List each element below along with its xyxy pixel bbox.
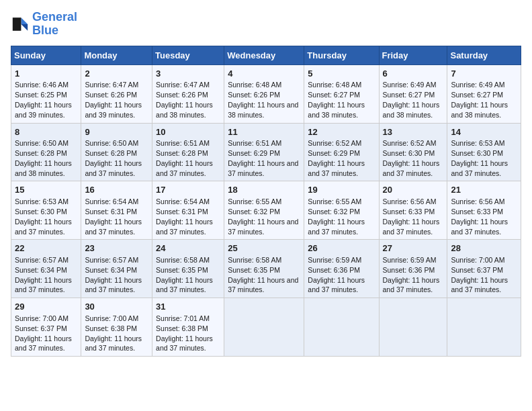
calendar-cell: 7Sunrise: 6:49 AMSunset: 6:27 PMDaylight… <box>447 64 521 123</box>
calendar-cell <box>304 298 379 357</box>
page-header: General Blue <box>11 11 521 38</box>
calendar-cell: 18Sunrise: 6:55 AMSunset: 6:32 PMDayligh… <box>224 181 304 240</box>
calendar-cell: 4Sunrise: 6:48 AMSunset: 6:26 PMDaylight… <box>224 64 304 123</box>
header-saturday: Saturday <box>447 46 521 64</box>
day-number: 30 <box>85 301 148 313</box>
logo: General Blue <box>11 11 77 38</box>
calendar-cell: 31Sunrise: 7:01 AMSunset: 6:38 PMDayligh… <box>152 298 224 357</box>
day-info: Sunrise: 6:48 AMSunset: 6:27 PMDaylight:… <box>308 81 365 119</box>
day-number: 13 <box>383 126 444 138</box>
day-info: Sunrise: 6:49 AMSunset: 6:27 PMDaylight:… <box>383 81 440 119</box>
day-number: 9 <box>85 126 148 138</box>
calendar-cell: 10Sunrise: 6:51 AMSunset: 6:28 PMDayligh… <box>152 123 224 181</box>
calendar-cell: 15Sunrise: 6:53 AMSunset: 6:30 PMDayligh… <box>11 181 81 240</box>
header-thursday: Thursday <box>304 46 379 64</box>
day-info: Sunrise: 6:57 AMSunset: 6:34 PMDaylight:… <box>15 256 72 294</box>
calendar-cell: 11Sunrise: 6:51 AMSunset: 6:29 PMDayligh… <box>224 123 304 181</box>
day-number: 18 <box>228 184 300 196</box>
day-number: 3 <box>156 68 220 80</box>
day-info: Sunrise: 6:52 AMSunset: 6:30 PMDaylight:… <box>383 139 440 177</box>
calendar-cell: 19Sunrise: 6:55 AMSunset: 6:32 PMDayligh… <box>304 181 379 240</box>
calendar-cell: 21Sunrise: 6:56 AMSunset: 6:33 PMDayligh… <box>447 181 521 240</box>
day-number: 4 <box>228 68 300 80</box>
calendar-cell: 6Sunrise: 6:49 AMSunset: 6:27 PMDaylight… <box>379 64 447 123</box>
day-info: Sunrise: 7:01 AMSunset: 6:38 PMDaylight:… <box>156 314 213 353</box>
day-number: 29 <box>15 301 77 313</box>
day-number: 12 <box>308 126 375 138</box>
day-info: Sunrise: 6:52 AMSunset: 6:29 PMDaylight:… <box>308 139 365 177</box>
day-info: Sunrise: 6:48 AMSunset: 6:26 PMDaylight:… <box>228 81 298 119</box>
calendar-cell: 24Sunrise: 6:58 AMSunset: 6:35 PMDayligh… <box>152 240 224 298</box>
calendar-cell: 17Sunrise: 6:54 AMSunset: 6:31 PMDayligh… <box>152 181 224 240</box>
day-info: Sunrise: 7:00 AMSunset: 6:38 PMDaylight:… <box>85 314 142 353</box>
day-number: 5 <box>308 68 375 80</box>
day-number: 17 <box>156 184 220 196</box>
day-info: Sunrise: 6:51 AMSunset: 6:29 PMDaylight:… <box>228 139 298 177</box>
calendar-cell: 12Sunrise: 6:52 AMSunset: 6:29 PMDayligh… <box>304 123 379 181</box>
calendar-cell: 2Sunrise: 6:47 AMSunset: 6:26 PMDaylight… <box>81 64 152 123</box>
calendar-cell: 13Sunrise: 6:52 AMSunset: 6:30 PMDayligh… <box>379 123 447 181</box>
day-number: 24 <box>156 242 220 255</box>
day-number: 21 <box>451 184 517 196</box>
calendar-week-4: 22Sunrise: 6:57 AMSunset: 6:34 PMDayligh… <box>11 240 521 298</box>
day-number: 10 <box>156 126 220 138</box>
day-info: Sunrise: 6:55 AMSunset: 6:32 PMDaylight:… <box>308 197 365 236</box>
calendar-cell: 25Sunrise: 6:58 AMSunset: 6:35 PMDayligh… <box>224 240 304 298</box>
day-info: Sunrise: 6:50 AMSunset: 6:28 PMDaylight:… <box>15 139 72 177</box>
header-wednesday: Wednesday <box>224 46 304 64</box>
day-number: 23 <box>85 242 148 255</box>
day-number: 15 <box>15 184 77 196</box>
calendar-cell: 20Sunrise: 6:56 AMSunset: 6:33 PMDayligh… <box>379 181 447 240</box>
header-friday: Friday <box>379 46 447 64</box>
day-info: Sunrise: 6:59 AMSunset: 6:36 PMDaylight:… <box>308 256 365 294</box>
calendar-cell: 29Sunrise: 7:00 AMSunset: 6:37 PMDayligh… <box>11 298 81 357</box>
calendar-cell: 3Sunrise: 6:47 AMSunset: 6:26 PMDaylight… <box>152 64 224 123</box>
day-number: 22 <box>15 242 77 255</box>
day-info: Sunrise: 6:54 AMSunset: 6:31 PMDaylight:… <box>85 197 142 236</box>
day-info: Sunrise: 6:46 AMSunset: 6:25 PMDaylight:… <box>15 81 72 119</box>
day-info: Sunrise: 6:58 AMSunset: 6:35 PMDaylight:… <box>156 256 213 294</box>
day-info: Sunrise: 6:58 AMSunset: 6:35 PMDaylight:… <box>228 256 298 294</box>
calendar-cell <box>447 298 521 357</box>
header-monday: Monday <box>81 46 152 64</box>
header-tuesday: Tuesday <box>152 46 224 64</box>
calendar-cell <box>224 298 304 357</box>
calendar-cell: 9Sunrise: 6:50 AMSunset: 6:28 PMDaylight… <box>81 123 152 181</box>
calendar-week-2: 8Sunrise: 6:50 AMSunset: 6:28 PMDaylight… <box>11 123 521 181</box>
day-info: Sunrise: 6:49 AMSunset: 6:27 PMDaylight:… <box>451 81 508 119</box>
day-number: 20 <box>383 184 444 196</box>
svg-marker-0 <box>21 17 28 24</box>
day-number: 19 <box>308 184 375 196</box>
day-info: Sunrise: 6:54 AMSunset: 6:31 PMDaylight:… <box>156 197 213 236</box>
calendar-cell: 5Sunrise: 6:48 AMSunset: 6:27 PMDaylight… <box>304 64 379 123</box>
day-info: Sunrise: 6:53 AMSunset: 6:30 PMDaylight:… <box>451 139 508 177</box>
day-number: 26 <box>308 242 375 255</box>
day-number: 6 <box>383 68 444 80</box>
calendar-cell: 1Sunrise: 6:46 AMSunset: 6:25 PMDaylight… <box>11 64 81 123</box>
calendar-cell: 14Sunrise: 6:53 AMSunset: 6:30 PMDayligh… <box>447 123 521 181</box>
day-info: Sunrise: 6:53 AMSunset: 6:30 PMDaylight:… <box>15 197 72 236</box>
logo-text: General Blue <box>32 11 77 38</box>
day-number: 2 <box>85 68 148 80</box>
calendar-cell: 16Sunrise: 6:54 AMSunset: 6:31 PMDayligh… <box>81 181 152 240</box>
calendar-cell: 30Sunrise: 7:00 AMSunset: 6:38 PMDayligh… <box>81 298 152 357</box>
day-number: 25 <box>228 242 300 255</box>
header-sunday: Sunday <box>11 46 81 64</box>
day-number: 31 <box>156 301 220 313</box>
day-info: Sunrise: 6:47 AMSunset: 6:26 PMDaylight:… <box>156 81 213 119</box>
day-info: Sunrise: 6:47 AMSunset: 6:26 PMDaylight:… <box>85 81 142 119</box>
calendar-cell: 23Sunrise: 6:57 AMSunset: 6:34 PMDayligh… <box>81 240 152 298</box>
calendar-table: SundayMondayTuesdayWednesdayThursdayFrid… <box>11 46 521 357</box>
calendar-cell: 22Sunrise: 6:57 AMSunset: 6:34 PMDayligh… <box>11 240 81 298</box>
day-info: Sunrise: 6:55 AMSunset: 6:32 PMDaylight:… <box>228 197 298 236</box>
day-number: 16 <box>85 184 148 196</box>
calendar-header-row: SundayMondayTuesdayWednesdayThursdayFrid… <box>11 46 521 64</box>
day-number: 14 <box>451 126 517 138</box>
calendar-week-3: 15Sunrise: 6:53 AMSunset: 6:30 PMDayligh… <box>11 181 521 240</box>
svg-marker-1 <box>21 24 28 31</box>
calendar-week-5: 29Sunrise: 7:00 AMSunset: 6:37 PMDayligh… <box>11 298 521 357</box>
day-number: 28 <box>451 242 517 255</box>
day-info: Sunrise: 6:56 AMSunset: 6:33 PMDaylight:… <box>383 197 440 236</box>
day-info: Sunrise: 6:57 AMSunset: 6:34 PMDaylight:… <box>85 256 142 294</box>
day-info: Sunrise: 7:00 AMSunset: 6:37 PMDaylight:… <box>451 256 508 294</box>
